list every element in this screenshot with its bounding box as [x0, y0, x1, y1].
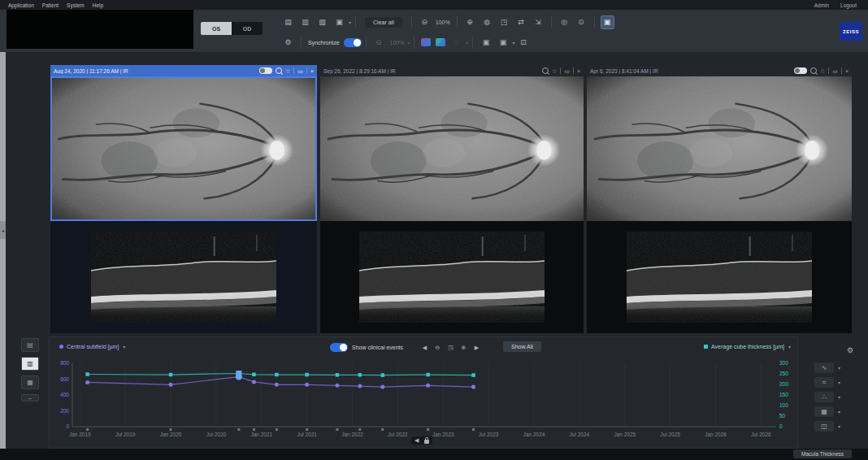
data-point[interactable] — [169, 373, 173, 377]
data-point[interactable] — [335, 384, 339, 388]
image-view-icon[interactable]: ▣ — [480, 37, 492, 49]
grid-view-button[interactable]: ▦ — [21, 375, 39, 389]
target-icon[interactable]: ⊙ — [575, 16, 588, 28]
data-point[interactable] — [471, 385, 475, 389]
trend-scatter-tool[interactable]: ∴ — [814, 392, 834, 402]
collapse-button[interactable]: – — [21, 394, 39, 401]
fit-view-icon[interactable]: ◳ — [445, 342, 456, 353]
lock-icon[interactable] — [424, 440, 429, 444]
exam-panel-1[interactable]: Aug 24, 2020 | 11:17:26 AM | IR ☆ ▭ × — [50, 65, 317, 333]
print-icon[interactable]: ▥ — [299, 16, 311, 28]
fullscreen-icon[interactable]: ◳ — [498, 16, 510, 28]
zoom-out-icon[interactable]: ⊖ — [419, 16, 431, 28]
admin-link[interactable]: Admin — [814, 2, 829, 8]
data-point[interactable] — [85, 372, 89, 376]
clinical-event-marker[interactable] — [86, 428, 89, 431]
chevron-down-icon[interactable]: ▾ — [838, 409, 840, 414]
data-point[interactable] — [358, 373, 362, 377]
data-point[interactable] — [275, 373, 279, 377]
trend-layout-tool[interactable]: ◫ — [814, 421, 834, 432]
show-events-toggle[interactable] — [330, 343, 348, 352]
deviation-map-icon[interactable] — [436, 38, 445, 46]
prev-icon[interactable]: ◀ — [419, 342, 430, 353]
oct-bscan-image[interactable] — [50, 221, 317, 333]
data-point[interactable] — [169, 383, 173, 387]
clinical-event-marker[interactable] — [381, 428, 384, 431]
trend-plot[interactable]: Jan 2019Jul 2019Jan 2020Jul 2020Jan 2021… — [51, 358, 797, 448]
gear-icon[interactable]: ⚙ — [282, 37, 294, 49]
image-layout-icon[interactable]: ▣ — [497, 37, 509, 49]
clinical-event-marker[interactable] — [276, 428, 278, 431]
clinical-event-marker[interactable] — [336, 428, 338, 431]
star-icon[interactable]: ☆ — [285, 68, 290, 74]
clear-all-button[interactable]: Clear all — [365, 17, 402, 28]
header-pill-toggle[interactable] — [794, 67, 807, 74]
clinical-event-marker[interactable] — [472, 428, 475, 431]
next-icon[interactable]: ▶ — [471, 342, 482, 353]
data-point[interactable] — [380, 385, 384, 389]
chevron-down-icon[interactable]: ▾ — [838, 365, 840, 371]
data-point[interactable] — [305, 383, 309, 387]
data-point[interactable] — [252, 380, 256, 384]
right-series-legend[interactable]: Average cube thickness [µm] ▾ — [704, 344, 791, 349]
data-point[interactable] — [252, 373, 256, 377]
data-point[interactable] — [358, 384, 362, 388]
thickness-map-icon[interactable] — [421, 38, 431, 46]
exam-header-3[interactable]: Apr 6, 2023 | 8:41:04 AM | IR ☆ ▭ × — [587, 65, 852, 76]
data-point[interactable] — [336, 373, 340, 377]
chevron-down-icon[interactable]: ▾ — [838, 380, 840, 385]
menu-patient[interactable]: Patient — [42, 2, 59, 8]
trend-table-tool[interactable]: ▦ — [814, 406, 834, 417]
exam-header-2[interactable]: Sep 26, 2022 | 8:29:16 AM | IR ☆ ▭ × — [320, 65, 584, 76]
show-all-button[interactable]: Show All — [503, 341, 541, 352]
trend-line-tool[interactable]: ∿ — [814, 362, 834, 373]
zoom-in-icon[interactable]: ⊕ — [458, 342, 469, 353]
data-point[interactable] — [471, 373, 475, 377]
data-point[interactable] — [236, 371, 241, 376]
star-icon[interactable]: ☆ — [820, 68, 825, 74]
menu-application[interactable]: Application — [8, 2, 34, 8]
clinical-event-marker[interactable] — [427, 428, 429, 431]
exam-panel-2[interactable]: Sep 26, 2022 | 8:29:16 AM | IR ☆ ▭ × — [320, 65, 584, 333]
screen-icon[interactable]: ▭ — [832, 68, 838, 74]
chevron-down-icon[interactable]: ▾ — [788, 344, 791, 349]
exam-header-1[interactable]: Aug 24, 2020 | 11:17:26 AM | IR ☆ ▭ × — [50, 65, 317, 76]
left-series-legend[interactable]: Central subfield [µm] ▾ — [59, 344, 125, 349]
data-point[interactable] — [381, 373, 385, 377]
clinical-event-marker[interactable] — [170, 428, 172, 431]
proof-sheet-button[interactable]: ▤ — [21, 338, 39, 352]
exam-panel-3[interactable]: Apr 6, 2023 | 8:41:04 AM | IR ☆ ▭ × — [587, 65, 852, 333]
star-icon[interactable]: ☆ — [552, 68, 557, 74]
expand-icon[interactable]: ⇲ — [532, 16, 545, 28]
panel-expand-handle[interactable]: ◂ — [0, 221, 6, 239]
fundus-image[interactable] — [50, 76, 317, 221]
chevron-down-icon[interactable]: ▾ — [349, 20, 351, 25]
snapshot-icon[interactable]: ⊡ — [517, 37, 529, 49]
clinical-event-marker[interactable] — [358, 428, 361, 431]
data-point[interactable] — [426, 384, 430, 388]
oct-bscan-image[interactable] — [320, 221, 584, 333]
data-point[interactable] — [275, 383, 279, 387]
os-button[interactable]: OS — [201, 22, 232, 35]
clinical-event-marker[interactable] — [253, 428, 255, 431]
reset-view-icon[interactable]: ◎ — [558, 16, 571, 28]
close-icon[interactable]: × — [577, 68, 580, 74]
fundus-image[interactable] — [320, 76, 584, 221]
chevron-down-icon[interactable]: ▾ — [838, 423, 840, 429]
clinical-event-marker[interactable] — [306, 428, 308, 431]
page-prev-icon[interactable]: ◀ — [414, 437, 419, 444]
chevron-down-icon[interactable]: ▾ — [512, 40, 514, 46]
chevron-down-icon[interactable]: ▾ — [838, 394, 840, 400]
grid-view-icon[interactable]: ▤ — [282, 16, 294, 28]
data-point[interactable] — [85, 380, 89, 384]
close-icon[interactable]: × — [310, 68, 314, 74]
macula-thickness-button[interactable]: Macula Thickness — [793, 449, 852, 458]
logout-link[interactable]: Logout — [840, 2, 857, 8]
synchronize-toggle[interactable] — [344, 38, 362, 47]
data-point[interactable] — [426, 373, 430, 377]
magnifier-icon[interactable] — [276, 67, 282, 74]
export-icon[interactable]: ▧ — [316, 16, 328, 28]
flag-icon[interactable]: ◍ — [481, 16, 493, 28]
clinical-event-marker[interactable] — [237, 428, 240, 431]
compare-icon[interactable]: ⇄ — [515, 16, 527, 28]
